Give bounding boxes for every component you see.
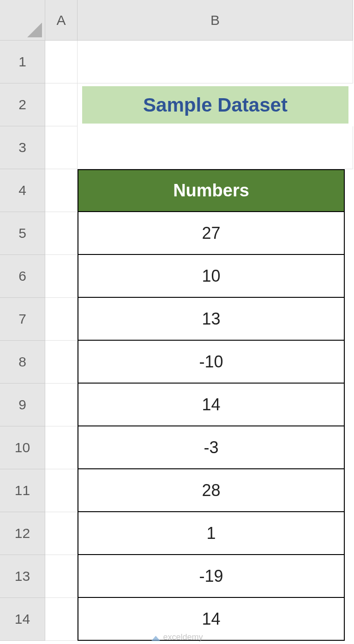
row-header-13[interactable]: 13 [0, 555, 45, 598]
cell-b9[interactable]: 14 [78, 384, 353, 426]
row-header-2[interactable]: 2 [0, 83, 45, 126]
cell-b3[interactable] [78, 126, 353, 169]
cell-b11[interactable]: 28 [78, 469, 353, 512]
cell-a13[interactable] [45, 555, 78, 598]
cell-b1[interactable] [78, 41, 353, 83]
row-header-12[interactable]: 12 [0, 512, 45, 555]
numbers-value: 13 [78, 298, 345, 341]
cell-b4[interactable]: Numbers [78, 169, 353, 212]
numbers-value: 27 [78, 212, 345, 255]
row-header-4[interactable]: 4 [0, 169, 45, 212]
cell-a11[interactable] [45, 469, 78, 512]
cell-a12[interactable] [45, 512, 78, 555]
row-header-7[interactable]: 7 [0, 298, 45, 341]
cell-b7[interactable]: 13 [78, 298, 353, 341]
cell-a1[interactable] [45, 41, 78, 83]
row-header-8[interactable]: 8 [0, 341, 45, 384]
cell-b6[interactable]: 10 [78, 255, 353, 298]
row-header-14[interactable]: 14 [0, 598, 45, 641]
row-header-1[interactable]: 1 [0, 41, 45, 83]
cell-a10[interactable] [45, 426, 78, 469]
spreadsheet-grid: A B 1 2 Sample Dataset 3 4 Numbers 5 27 … [0, 0, 354, 641]
row-header-10[interactable]: 10 [0, 426, 45, 469]
cell-b10[interactable]: -3 [78, 426, 353, 469]
dataset-title: Sample Dataset [82, 86, 348, 124]
cell-b5[interactable]: 27 [78, 212, 353, 255]
numbers-value: 28 [78, 469, 345, 512]
column-header-a[interactable]: A [45, 0, 78, 41]
numbers-value: 10 [78, 255, 345, 298]
cell-a9[interactable] [45, 384, 78, 426]
row-header-9[interactable]: 9 [0, 384, 45, 426]
numbers-value: -10 [78, 341, 345, 384]
row-header-11[interactable]: 11 [0, 469, 45, 512]
watermark: exceldemy [151, 632, 203, 642]
cell-b8[interactable]: -10 [78, 341, 353, 384]
select-all-corner[interactable] [0, 0, 45, 41]
row-header-3[interactable]: 3 [0, 126, 45, 169]
numbers-value: 1 [78, 512, 345, 555]
cell-b2[interactable]: Sample Dataset [78, 83, 353, 126]
numbers-value: -3 [78, 426, 345, 469]
cell-a5[interactable] [45, 212, 78, 255]
cell-b13[interactable]: -19 [78, 555, 353, 598]
watermark-icon [151, 634, 160, 641]
cell-a7[interactable] [45, 298, 78, 341]
cell-a4[interactable] [45, 169, 78, 212]
cell-a2[interactable] [45, 83, 78, 126]
cell-b14[interactable]: 14 [78, 598, 353, 641]
cell-b12[interactable]: 1 [78, 512, 353, 555]
column-header-b[interactable]: B [78, 0, 353, 41]
watermark-text: exceldemy [163, 632, 203, 642]
numbers-value: 14 [78, 598, 345, 641]
cell-a3[interactable] [45, 126, 78, 169]
cell-a6[interactable] [45, 255, 78, 298]
numbers-column-header: Numbers [78, 169, 345, 212]
cell-a8[interactable] [45, 341, 78, 384]
cell-a14[interactable] [45, 598, 78, 641]
numbers-value: -19 [78, 555, 345, 598]
numbers-value: 14 [78, 384, 345, 426]
row-header-5[interactable]: 5 [0, 212, 45, 255]
row-header-6[interactable]: 6 [0, 255, 45, 298]
